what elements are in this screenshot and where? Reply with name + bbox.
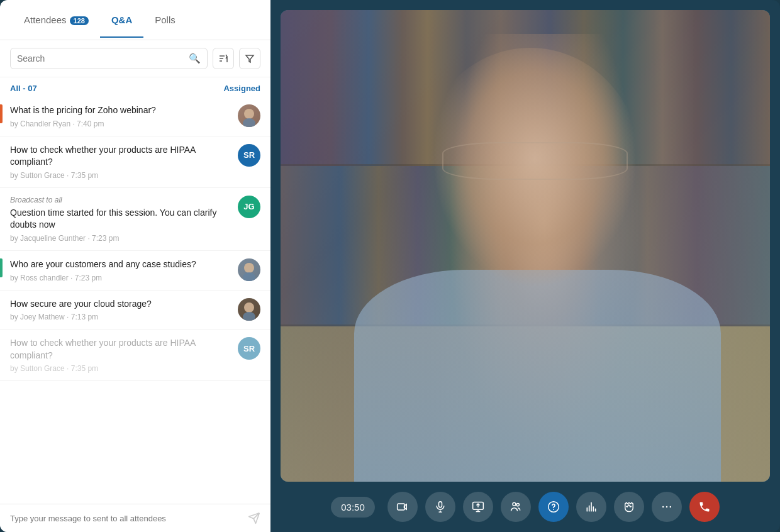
screen-share-button[interactable]: [463, 492, 493, 522]
qa-item[interactable]: Broadcast to allQuestion time started fo…: [0, 188, 270, 251]
qa-item[interactable]: What is the pricing for Zoho webinar?by …: [0, 97, 270, 136]
qa-assigned: Assigned: [223, 84, 260, 93]
right-panel: 03:50: [270, 0, 780, 532]
question-text: How secure are your cloud storage?: [10, 298, 231, 311]
timer-display: 03:50: [331, 497, 375, 518]
svg-point-15: [662, 506, 664, 508]
participants-button[interactable]: [501, 492, 531, 522]
question-meta: by Ross chandler · 7:23 pm: [10, 274, 231, 282]
more-button[interactable]: [652, 492, 682, 522]
search-bar: 🔍: [0, 40, 270, 77]
svg-point-12: [513, 502, 516, 506]
question-text: What is the pricing for Zoho webinar?: [10, 104, 231, 117]
left-panel: Attendees128 Q&A Polls 🔍: [0, 0, 270, 532]
qa-list-header: All - 07 Assigned: [0, 77, 270, 97]
end-call-button[interactable]: [689, 492, 720, 522]
tab-attendees[interactable]: Attendees128: [13, 2, 100, 38]
avatar: [238, 104, 260, 127]
question-meta: by Chandler Ryan · 7:40 pm: [10, 119, 231, 128]
tab-polls[interactable]: Polls: [143, 2, 187, 38]
question-text: How to check whether your products are H…: [10, 337, 231, 362]
tab-qa[interactable]: Q&A: [100, 2, 143, 38]
controls-bar: 03:50: [270, 482, 780, 532]
mic-button[interactable]: [425, 492, 455, 522]
reactions-button[interactable]: [614, 492, 644, 522]
question-meta: by Sutton Grace · 7:35 pm: [10, 171, 231, 180]
analytics-button[interactable]: [576, 492, 606, 522]
avatar: JG: [238, 196, 260, 218]
qa-list: What is the pricing for Zoho webinar?by …: [0, 97, 270, 504]
avatar: SR: [238, 337, 260, 360]
svg-point-4: [244, 109, 254, 119]
svg-point-9: [243, 312, 255, 321]
search-input[interactable]: [17, 53, 185, 64]
qa-item[interactable]: Who are your customers and any case stud…: [0, 251, 270, 291]
search-icon: 🔍: [189, 53, 201, 64]
sort-button[interactable]: [213, 48, 234, 69]
avatar: [238, 298, 260, 321]
search-input-wrap: 🔍: [10, 48, 208, 69]
avatar: SR: [238, 144, 260, 167]
svg-point-6: [244, 263, 254, 273]
qa-item[interactable]: How to check whether your products are H…: [0, 330, 270, 381]
question-meta: by Sutton Grace · 7:35 pm: [10, 364, 231, 373]
qa-item[interactable]: How to check whether your products are H…: [0, 136, 270, 188]
message-input[interactable]: [10, 514, 242, 523]
broadcast-label: Broadcast to all: [10, 196, 231, 204]
qa-item[interactable]: How secure are your cloud storage?by Joe…: [0, 291, 270, 330]
svg-point-17: [669, 506, 671, 508]
question-text: How to check whether your products are H…: [10, 144, 231, 169]
qa-control-button[interactable]: [538, 492, 569, 522]
tabs-bar: Attendees128 Q&A Polls: [0, 0, 270, 40]
svg-point-13: [516, 504, 519, 506]
video-area: [281, 10, 770, 482]
svg-point-5: [243, 118, 255, 127]
video-background: [281, 10, 770, 482]
question-text: Question time started for this session. …: [10, 207, 231, 231]
avatar: [238, 258, 260, 281]
svg-point-8: [244, 302, 254, 313]
question-meta: by Joey Mathew · 7:13 pm: [10, 313, 231, 321]
filter-button[interactable]: [239, 48, 260, 69]
qa-count: All - 07: [10, 84, 37, 93]
svg-point-7: [243, 272, 255, 281]
message-input-bar: [0, 504, 270, 532]
camera-button[interactable]: [387, 492, 418, 522]
svg-point-16: [666, 506, 668, 508]
send-button[interactable]: [248, 512, 260, 524]
question-meta: by Jacqueline Gunther · 7:23 pm: [10, 234, 231, 243]
svg-rect-10: [438, 502, 442, 507]
question-text: Who are your customers and any case stud…: [10, 258, 231, 271]
